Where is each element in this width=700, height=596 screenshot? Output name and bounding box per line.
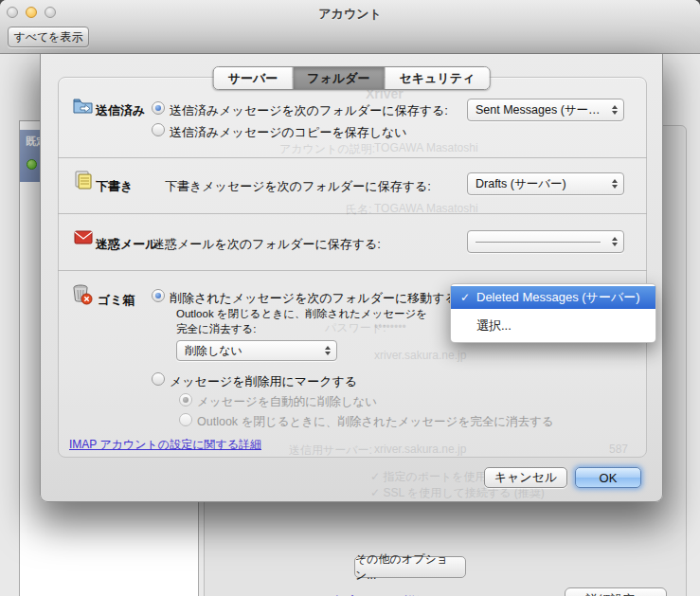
trash-move-label[interactable]: 削除されたメッセージを次のフォルダーに移動する [170,290,458,307]
junk-save-label: 迷惑メールを次のフォルダーに保存する: [153,236,381,253]
sent-save-radio[interactable] [152,101,165,115]
window-title: アカウント [0,6,700,23]
stepper-arrows-icon [612,237,618,246]
purge-on-close-radio [179,413,192,426]
auto-delete-label: メッセージを自動的に削除しない [197,394,377,410]
tab-security[interactable]: セキュリティ [386,67,490,89]
show-all-button[interactable]: すべてを表示 [8,27,89,47]
settings-tab-bar: サーバー フォルダー セキュリティ [213,66,491,90]
purge-on-close-option-label: Outlook を閉じるときに、削除されたメッセージを完全に消去する [197,414,554,430]
empty-selection-dash [476,242,601,243]
accounts-window: アカウント すべてを表示 既定 + ▾ − ⚙ ▾ [0,0,700,596]
trash-section-title: ゴミ箱 [98,292,135,309]
drafts-section-title: 下書き [96,178,133,195]
title-bar: アカウント すべてを表示 [0,0,700,54]
sent-folder-dropdown[interactable]: Sent Messages (サー… [467,99,624,121]
junk-folder-dropdown[interactable] [467,230,624,253]
divider [58,270,647,271]
divider [58,213,647,214]
stepper-arrows-icon [612,179,618,189]
trash-move-radio[interactable] [152,289,165,302]
sent-no-copy-radio[interactable] [152,123,165,136]
ok-button[interactable]: OK [575,467,641,488]
stepper-arrows-icon [612,105,618,115]
drafts-icon [74,171,93,190]
trash-mark-radio[interactable] [152,372,165,386]
sent-save-label[interactable]: 送信済みメッセージを次のフォルダーに保存する: [170,102,448,119]
trash-mark-label[interactable]: メッセージを削除用にマークする [170,373,357,390]
divider [58,157,647,158]
checkmark-icon: ✓ [460,291,472,304]
imap-help-link[interactable]: IMAP アカウントの設定に関する詳細 [69,437,261,453]
drafts-folder-dropdown[interactable]: Drafts (サーバー) [467,172,624,195]
tab-folder[interactable]: フォルダー [293,67,385,89]
purge-schedule-dropdown[interactable]: 削除しない [176,340,337,361]
menu-item-choose[interactable]: 選択... [451,315,655,337]
junk-section-title: 迷惑メール [96,236,158,253]
cancel-button[interactable]: キャンセル [484,467,567,488]
stepper-arrows-icon [325,346,331,355]
sent-no-copy-label[interactable]: 送信済みメッセージのコピーを保存しない [170,124,407,141]
sent-section-title: 送信済み [96,102,145,119]
trash-folder-menu: ✓ Deleted Messages (サーバー) 選択... [450,283,656,343]
menu-item-deleted-messages[interactable]: ✓ Deleted Messages (サーバー) [451,286,655,309]
junk-mail-icon [74,230,93,244]
auto-delete-radio [179,393,192,406]
more-options-button[interactable]: その他のオプション... [354,556,466,578]
online-status-icon [27,159,37,170]
purge-on-close-label-line2: 完全に消去する: [176,322,257,336]
drafts-save-label: 下書きメッセージを次のフォルダーに保存する: [165,178,431,195]
trash-icon [72,284,93,305]
tab-server[interactable]: サーバー [214,67,294,89]
sent-folder-icon [73,98,94,115]
purge-on-close-label-line1: Outlook を閉じるときに、削除されたメッセージを [176,307,427,321]
advanced-settings-button[interactable]: 詳細設定... [565,587,667,596]
folder-settings-sheet: Xriverアカウントの説明:TOGAWA Masatoshi氏名:TOGAWA… [40,54,663,502]
